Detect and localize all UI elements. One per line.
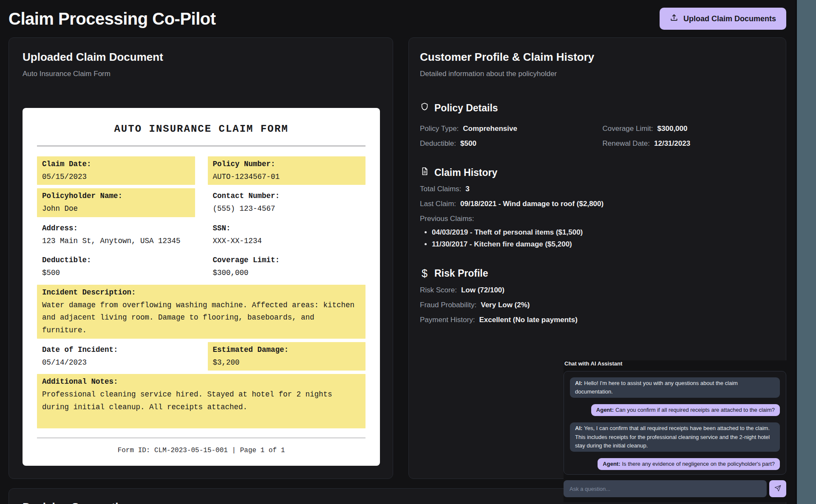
chat-input-row [564,480,786,497]
policy-details-heading: Policy Details [420,102,775,114]
policy-details-grid: Policy Type: Comprehensive Coverage Limi… [420,118,775,148]
document-footer: Form ID: CLM-2023-05-15-001 | Page 1 of … [37,438,366,456]
upload-icon [670,14,678,24]
send-button[interactable] [769,480,786,497]
left-card-subtitle: Auto Insurance Claim Form [23,70,379,78]
claim-history-section: Claim History Total Claims: 3 Last Claim… [420,167,775,249]
claim-history-heading: Claim History [420,167,775,178]
previous-claim-item: 11/30/2017 - Kitchen fire damage ($5,200… [432,240,775,249]
field-policy-number: Policy Number: AUTO-1234567-01 [208,156,366,185]
deductible-row: Deductible: $500 [420,139,592,148]
field-date-of-incident: Date of Incident: 05/14/2023 [37,342,195,371]
field-address: Address: 123 Main St, Anytown, USA 12345 [37,221,195,249]
page-title: Claim Processing Co-Pilot [8,9,216,28]
field-additional-notes: Additional Notes: Professional cleaning … [37,374,366,428]
renewal-date-row: Renewal Date: 12/31/2023 [603,139,775,148]
risk-score-row: Risk Score: Low (72/100) [420,286,775,294]
policy-type-row: Policy Type: Comprehensive [420,125,592,133]
field-estimated-damage: Estimated Damage: $3,200 [208,342,366,371]
upload-button-label: Upload Claim Documents [683,14,776,23]
previous-claims-label: Previous Claims: [420,215,775,223]
document-fields: Claim Date: 05/15/2023 Policy Number: AU… [37,156,366,428]
field-ssn: SSN: XXX-XX-1234 [208,221,366,249]
page-scrollbar[interactable] [796,0,816,504]
claim-form-document: AUTO INSURANCE CLAIM FORM Claim Date: 05… [23,108,380,466]
fraud-probability-row: Fraud Probability: Very Low (2%) [420,301,775,309]
payment-history-row: Payment History: Excellent (No late paym… [420,316,775,324]
document-title: AUTO INSURANCE CLAIM FORM [37,121,366,138]
total-claims-row: Total Claims: 3 [420,185,775,193]
chat-message-agent: Agent:Is there any evidence of negligenc… [598,458,780,470]
field-policyholder-name: Policyholder Name: John Doe [37,188,195,217]
chat-label: Chat with AI Assistant [564,360,786,367]
risk-profile-heading: $ Risk Profile [420,267,775,280]
last-claim-row: Last Claim: 09/18/2021 - Wind damage to … [420,200,775,208]
risk-profile-section: $ Risk Profile Risk Score: Low (72/100) … [420,267,775,324]
chat-message-ai: AI:Hello! I'm here to assist you with an… [570,377,780,398]
policy-details-section: Policy Details Policy Type: Comprehensiv… [420,102,775,148]
field-incident-description: Incident Description: Water damage from … [37,285,366,339]
chat-message-ai: AI:Yes, I can confirm that all required … [570,422,780,451]
document-divider [37,146,366,146]
chat-input[interactable] [564,480,767,497]
chat-messages-panel[interactable]: AI:Hello! I'm here to assist you with an… [564,371,786,475]
field-claim-date: Claim Date: 05/15/2023 [37,156,195,185]
right-card-subtitle: Detailed information about the policyhol… [420,70,775,78]
field-contact-number: Contact Number: (555) 123-4567 [208,188,366,217]
previous-claim-item: 04/03/2019 - Theft of personal items ($1… [432,228,775,237]
chat-message-agent: Agent:Can you confirm if all required re… [591,404,780,416]
previous-claims-list: 04/03/2019 - Theft of personal items ($1… [420,228,775,249]
document-icon [420,167,429,178]
send-icon [774,485,781,493]
field-deductible: Deductible: $500 [37,252,195,281]
top-bar: Claim Processing Co-Pilot Upload Claim D… [8,8,786,30]
chat-widget: Chat with AI Assistant AI:Hello! I'm her… [564,360,786,502]
field-coverage-limit: Coverage Limit: $300,000 [208,252,366,281]
uploaded-claim-document-card: Uploaded Claim Document Auto Insurance C… [8,37,393,479]
dollar-icon: $ [420,267,429,280]
upload-claim-documents-button[interactable]: Upload Claim Documents [660,8,786,30]
shield-icon [420,102,429,114]
right-card-title: Customer Profile & Claim History [420,51,775,64]
coverage-limit-row: Coverage Limit: $300,000 [603,125,775,133]
left-card-title: Uploaded Claim Document [23,51,379,64]
